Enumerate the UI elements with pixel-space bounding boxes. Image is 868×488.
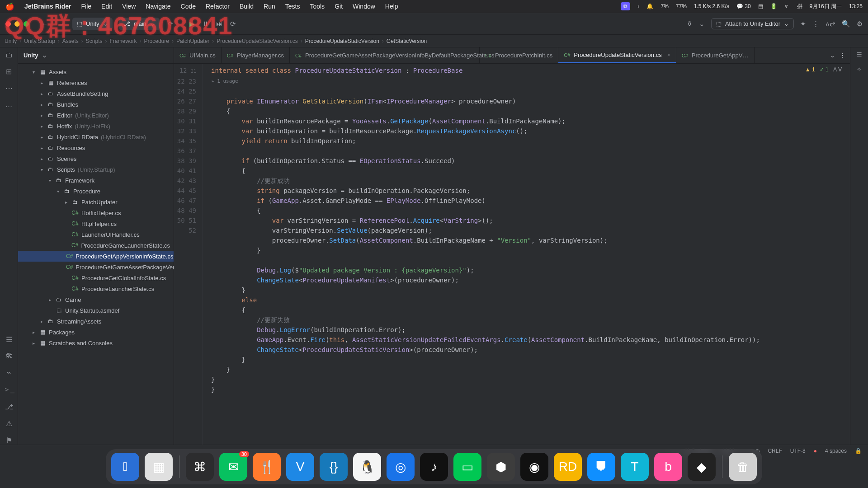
tree-node[interactable]: ▸🗀PatchUpdater <box>18 197 174 207</box>
tab-close-icon[interactable]: × <box>667 52 670 58</box>
menu-item[interactable]: Git <box>335 3 343 10</box>
menu-item[interactable]: Code <box>181 3 196 10</box>
dock-app[interactable]: RD <box>554 453 582 481</box>
status-tray-icon[interactable]: ▤ <box>758 3 763 9</box>
git-branch-picker[interactable]: ⎇ main ⌄ <box>119 18 160 30</box>
menu-item[interactable]: Build <box>240 3 254 10</box>
more-icon[interactable]: ⋮ <box>812 20 819 28</box>
editor-tab[interactable]: C#ProcedureGetAppV… <box>676 47 755 63</box>
menu-item[interactable]: Navigate <box>146 3 170 10</box>
build-icon[interactable]: 🛠 <box>5 352 13 360</box>
breadcrumb-item[interactable]: Unity.Startup <box>24 38 55 44</box>
problems-icon[interactable]: ⚠ <box>6 419 12 428</box>
tree-node[interactable]: ▾▦Assets <box>18 66 174 77</box>
breadcrumb-item[interactable]: Procedure <box>144 38 169 44</box>
chevron-down-icon[interactable]: ⌄ <box>699 20 705 28</box>
tree-node[interactable]: ▾🗀Scripts (Unity.Startup) <box>18 164 174 175</box>
dock-app[interactable]: ◆ <box>688 453 716 481</box>
more-tool-icon[interactable]: … <box>5 101 13 109</box>
editor-source[interactable]: internal sealed class ProcedureUpdateSta… <box>203 64 850 445</box>
tree-node[interactable]: ▸🗀Bundles <box>18 99 174 110</box>
ai-icon[interactable]: ✧ <box>857 66 862 73</box>
tree-node[interactable]: ▸🗀Game <box>18 294 174 305</box>
dock-app[interactable]: T <box>621 453 649 481</box>
nav-forward-button[interactable]: → <box>56 19 66 29</box>
terminal-icon[interactable]: ＞_ <box>3 385 14 394</box>
tree-node[interactable]: ▾🗀Procedure <box>18 186 174 197</box>
menu-item[interactable]: Tests <box>285 3 300 10</box>
tree-node[interactable]: ▸▦Scratches and Consoles <box>18 338 174 348</box>
status-error-icon[interactable]: ● <box>814 448 817 454</box>
menu-item[interactable]: Tools <box>310 3 325 10</box>
tree-node[interactable]: C#ProcedureGetAppVersionInfoState.cs <box>18 251 174 262</box>
breadcrumb-item[interactable]: Assets <box>62 38 79 44</box>
run-config-picker[interactable]: ⬚ Attach to Unity Editor ⌄ <box>711 18 794 29</box>
apple-menu[interactable]: 🍎 <box>5 2 14 11</box>
project-tree[interactable]: ▾▦Assets▸▦References▸🗀AssetBundleSetting… <box>18 64 174 445</box>
menu-item[interactable]: Help <box>385 3 398 10</box>
editor-tab[interactable]: C#UIMain.cs <box>174 47 222 63</box>
status-encoding[interactable]: UTF-8 <box>790 448 806 454</box>
tree-node[interactable]: ▸▦Packages <box>18 327 174 338</box>
editor-tab[interactable]: C#ProcedureGetGameAssetPackageVersionInf… <box>290 47 480 63</box>
editor-tab[interactable]: C#ProcedurePatchInit.cs <box>480 47 558 63</box>
tree-node[interactable]: C#HotfixHelper.cs <box>18 207 174 218</box>
git-icon[interactable]: ⎇ <box>5 403 13 411</box>
problems-ok[interactable]: ✓ 1 <box>820 66 829 73</box>
status-input-icon[interactable]: 拼 <box>797 3 802 10</box>
menu-item[interactable]: Window <box>353 3 375 10</box>
status-chat-icon[interactable]: 💬 30 <box>736 3 751 9</box>
debug-target-icon[interactable]: ⟳ <box>230 20 236 28</box>
services-icon[interactable]: ⚑ <box>6 436 12 445</box>
tree-node[interactable]: ⬚Unity.Startup.asmdef <box>18 305 174 316</box>
menu-item[interactable]: Refactor <box>206 3 230 10</box>
tab-dropdown-icon[interactable]: ⌄ <box>830 52 835 59</box>
menu-item[interactable]: File <box>81 3 91 10</box>
tree-node[interactable]: ▸🗀Hotfix (Unity.HotFix) <box>18 121 174 131</box>
nav-back-button[interactable]: ← <box>40 19 50 29</box>
status-screen-record-icon[interactable]: ⧉ <box>621 2 630 10</box>
dock-app[interactable]: ⌘ <box>186 453 214 481</box>
notifications-icon[interactable]: ☰ <box>857 51 862 58</box>
debug-icon[interactable]: ⌁ <box>7 368 11 377</box>
tree-node[interactable]: ▸🗀StreamingAssets <box>18 316 174 327</box>
status-wifi-icon[interactable]: ᯤ <box>784 3 790 9</box>
dock-app[interactable]: ♪ <box>420 453 448 481</box>
status-battery-icon[interactable]: 🔋 <box>770 3 777 9</box>
vcs-update-button[interactable]: ⟳ <box>166 19 176 29</box>
tree-node[interactable]: ▸🗀AssetBundleSetting <box>18 88 174 99</box>
dock-app[interactable]: ▦ <box>145 453 173 481</box>
breadcrumb-item[interactable]: Framework <box>110 38 137 44</box>
menu-item[interactable]: View <box>122 3 136 10</box>
dock-app[interactable]: ◉ <box>520 453 548 481</box>
search-icon[interactable]: 🔍 <box>842 20 850 28</box>
window-zoom-icon[interactable] <box>24 21 29 27</box>
breadcrumb-item[interactable]: ProcedureUpdateStaticVersion.cs <box>217 38 297 44</box>
window-controls[interactable] <box>5 21 29 27</box>
window-minimize-icon[interactable] <box>14 21 20 27</box>
dock-app[interactable]: 🐧 <box>353 453 381 481</box>
status-indent[interactable]: 4 spaces <box>825 448 847 454</box>
structure-tool-icon[interactable]: ⋯ <box>5 84 13 93</box>
bookmark-icon[interactable]: ☰ <box>6 335 12 344</box>
tree-node[interactable]: ▸🗀Resources <box>18 142 174 153</box>
project-tool-icon[interactable]: 🗀 <box>5 51 13 59</box>
dock-app[interactable]: b <box>654 453 682 481</box>
status-line-sep[interactable]: CRLF <box>768 448 782 454</box>
tree-node[interactable]: C#ProcedureLauncherState.cs <box>18 283 174 294</box>
tree-node[interactable]: C#ProcedureGetGameAssetPackageVersi <box>18 262 174 272</box>
build-icon[interactable]: ✦ <box>800 20 806 28</box>
breadcrumb-item[interactable]: Scripts <box>86 38 103 44</box>
dock-app[interactable]: 􀈷 <box>111 453 139 481</box>
dock-app[interactable]: ⬢ <box>487 453 515 481</box>
tree-node[interactable]: C#HttpHelper.cs <box>18 218 174 229</box>
settings-icon[interactable]: ⚙ <box>857 20 863 28</box>
editor-tab[interactable]: C#ProcedureUpdateStaticVersion.cs× <box>558 47 676 63</box>
menu-item[interactable]: Edit <box>101 3 112 10</box>
breadcrumb-item[interactable]: ProcedureUpdateStaticVersion <box>305 38 379 44</box>
step-button[interactable]: ⏭ <box>216 20 223 28</box>
dock-app[interactable]: ▭ <box>453 453 481 481</box>
breadcrumb-item[interactable]: GetStaticVersion <box>387 38 427 44</box>
tree-node[interactable]: C#ProcedureGameLauncherState.cs <box>18 240 174 251</box>
tree-node[interactable]: ▸🗀Editor (Unity.Editor) <box>18 110 174 121</box>
